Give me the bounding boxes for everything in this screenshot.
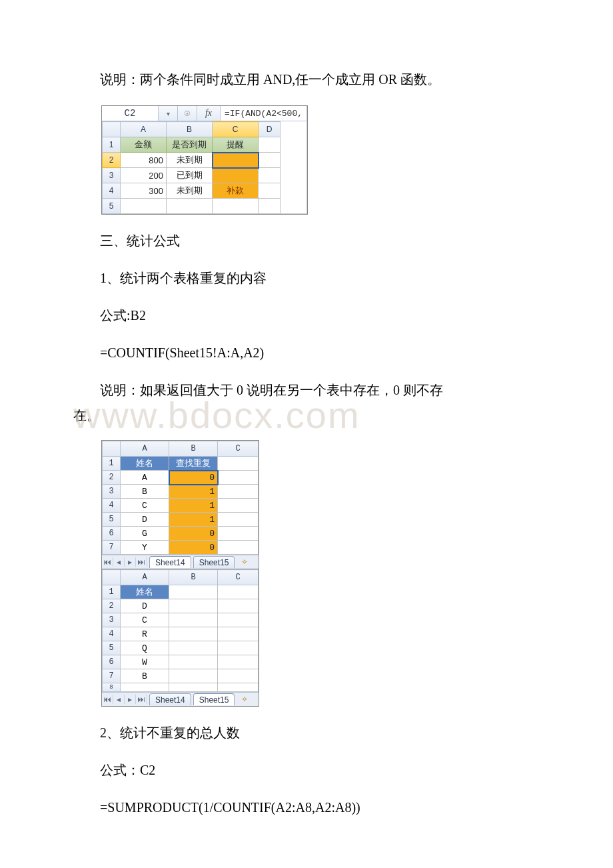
- nav-prev-icon[interactable]: ◂: [113, 557, 125, 567]
- s15-C6[interactable]: [218, 655, 259, 669]
- s15-B4[interactable]: [169, 627, 218, 641]
- s14-r3[interactable]: 3: [103, 485, 121, 499]
- s14-A4[interactable]: C: [121, 499, 169, 513]
- s14-A2[interactable]: A: [121, 471, 169, 485]
- s15-r4[interactable]: 4: [103, 627, 121, 641]
- nav-next-icon[interactable]: ▸: [125, 557, 136, 567]
- s15-A4[interactable]: R: [121, 627, 169, 641]
- s14-r4[interactable]: 4: [103, 499, 121, 513]
- tab-sheet14[interactable]: Sheet14: [149, 556, 191, 568]
- cell-C2[interactable]: [213, 153, 259, 168]
- s14-A7[interactable]: Y: [121, 541, 169, 555]
- s15-C2[interactable]: [218, 599, 259, 613]
- s15-corner[interactable]: [103, 570, 121, 585]
- cell-D5[interactable]: [259, 199, 281, 214]
- s15-r3[interactable]: 3: [103, 613, 121, 627]
- cell-A4[interactable]: 300: [121, 183, 167, 199]
- s15-A7[interactable]: B: [121, 669, 169, 683]
- cell-B4[interactable]: 未到期: [167, 183, 213, 199]
- col-C[interactable]: C: [213, 122, 259, 137]
- s15-B3[interactable]: [169, 613, 218, 627]
- s14-C2[interactable]: [218, 471, 259, 485]
- s15-C7[interactable]: [218, 669, 259, 683]
- s15-B8[interactable]: [169, 683, 218, 692]
- s14-r2[interactable]: 2: [103, 471, 121, 485]
- cell-D1[interactable]: [259, 137, 281, 153]
- s15-C3[interactable]: [218, 613, 259, 627]
- s14-C7[interactable]: [218, 541, 259, 555]
- s14-r5[interactable]: 5: [103, 513, 121, 527]
- s15-B5[interactable]: [169, 641, 218, 655]
- s15-C5[interactable]: [218, 641, 259, 655]
- nav-last-icon[interactable]: ⏭: [136, 557, 147, 567]
- s15-r2[interactable]: 2: [103, 599, 121, 613]
- s14-B3[interactable]: 1: [169, 485, 218, 499]
- s15-C8[interactable]: [218, 683, 259, 692]
- s15-C1[interactable]: [218, 585, 259, 599]
- corner-cell[interactable]: [103, 122, 121, 137]
- s14-A6[interactable]: G: [121, 527, 169, 541]
- s15-B1[interactable]: [169, 585, 218, 599]
- s14-C1[interactable]: [218, 457, 259, 471]
- s15-B7[interactable]: [169, 669, 218, 683]
- s14-C4[interactable]: [218, 499, 259, 513]
- cell-A2[interactable]: 800: [121, 153, 167, 168]
- s14-r7[interactable]: 7: [103, 541, 121, 555]
- cell-C1[interactable]: 提醒: [213, 137, 259, 153]
- s14-C3[interactable]: [218, 485, 259, 499]
- cell-C5[interactable]: [213, 199, 259, 214]
- s15-A3[interactable]: C: [121, 613, 169, 627]
- cell-D2[interactable]: [259, 153, 281, 168]
- s15-A8[interactable]: [121, 683, 169, 692]
- s15-C4[interactable]: [218, 627, 259, 641]
- cell-B2[interactable]: 未到期: [167, 153, 213, 168]
- cell-D3[interactable]: [259, 168, 281, 183]
- col-D[interactable]: D: [259, 122, 281, 137]
- nav-first-icon-2[interactable]: ⏮: [102, 695, 113, 704]
- s14-r6[interactable]: 6: [103, 527, 121, 541]
- row-5[interactable]: 5: [103, 199, 121, 214]
- s15-A6[interactable]: W: [121, 655, 169, 669]
- s15-B2[interactable]: [169, 599, 218, 613]
- s15-A1[interactable]: 姓名: [121, 585, 169, 599]
- nav-first-icon[interactable]: ⏮: [102, 557, 113, 567]
- new-sheet-icon-2[interactable]: ✧: [239, 695, 251, 704]
- s15-r8[interactable]: 8: [103, 683, 121, 692]
- cell-C4[interactable]: 补款: [213, 183, 259, 199]
- cell-A3[interactable]: 200: [121, 168, 167, 183]
- s15-r6[interactable]: 6: [103, 655, 121, 669]
- row-3[interactable]: 3: [103, 168, 121, 183]
- s15-A5[interactable]: Q: [121, 641, 169, 655]
- s15-col-B[interactable]: B: [169, 570, 218, 585]
- s14-col-A[interactable]: A: [121, 441, 169, 457]
- s14-col-C[interactable]: C: [218, 441, 259, 457]
- new-sheet-icon[interactable]: ✧: [239, 557, 251, 567]
- s15-r7[interactable]: 7: [103, 669, 121, 683]
- s15-A2[interactable]: D: [121, 599, 169, 613]
- col-B[interactable]: B: [167, 122, 213, 137]
- fx-icon[interactable]: fx: [197, 106, 221, 121]
- row-2[interactable]: 2: [103, 153, 121, 168]
- tab-sheet15[interactable]: Sheet15: [193, 556, 235, 568]
- s14-corner[interactable]: [103, 441, 121, 457]
- s14-B7[interactable]: 0: [169, 541, 218, 555]
- row-4[interactable]: 4: [103, 183, 121, 199]
- s15-col-A[interactable]: A: [121, 570, 169, 585]
- nav-prev-icon-2[interactable]: ◂: [113, 695, 125, 704]
- col-A[interactable]: A: [121, 122, 167, 137]
- s14-r1[interactable]: 1: [103, 457, 121, 471]
- s14-B6[interactable]: 0: [169, 527, 218, 541]
- s15-r5[interactable]: 5: [103, 641, 121, 655]
- s14-A1[interactable]: 姓名: [121, 457, 169, 471]
- cell-B1[interactable]: 是否到期: [167, 137, 213, 153]
- s15-col-C[interactable]: C: [218, 570, 259, 585]
- name-box-dropdown[interactable]: ▾: [159, 106, 178, 121]
- cell-A1[interactable]: 金额: [121, 137, 167, 153]
- s14-col-B[interactable]: B: [169, 441, 218, 457]
- nav-next-icon-2[interactable]: ▸: [125, 695, 136, 704]
- s15-B6[interactable]: [169, 655, 218, 669]
- s14-A5[interactable]: D: [121, 513, 169, 527]
- s14-B5[interactable]: 1: [169, 513, 218, 527]
- tab-sheet15-b[interactable]: Sheet15: [193, 693, 235, 705]
- cell-A5[interactable]: [121, 199, 167, 214]
